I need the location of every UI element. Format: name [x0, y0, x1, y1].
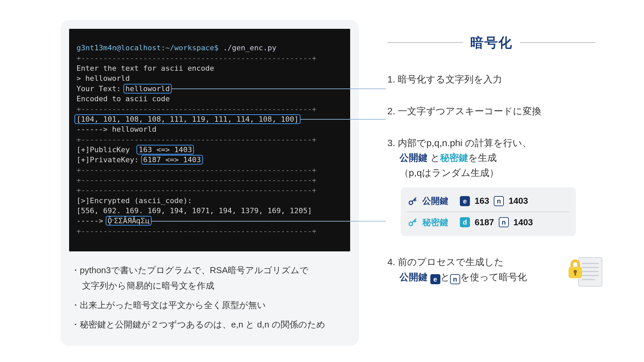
svg-rect-2	[579, 257, 602, 286]
svg-rect-10	[575, 272, 576, 276]
private-key-label: 秘密鍵	[422, 216, 448, 230]
ascii-arrow: ------> helloworld	[76, 125, 156, 133]
ask-line: Enter the text for ascii encode	[76, 64, 214, 72]
chip-n-pub: n	[494, 196, 504, 206]
d-value: 6187	[475, 216, 494, 230]
key-icon	[408, 217, 418, 227]
input-marker: >	[76, 74, 86, 82]
enc-lbl: [>]Encrypted (ascii_code):	[76, 196, 192, 205]
input-text: helloworld	[86, 74, 130, 82]
chip-e-inline: e	[430, 274, 440, 284]
lock-document-icon	[565, 252, 605, 289]
title-rule-left	[387, 42, 463, 43]
step-3: 3. 内部でp,q,n.phi の計算を行い、 公開鍵 と秘密鍵を生成 （p,q…	[387, 136, 595, 236]
title-rule-right	[520, 42, 595, 43]
enc-list: [556, 692. 169. 169, 194, 1071, 194, 137…	[76, 206, 312, 215]
section-title: 暗号化	[470, 32, 513, 53]
svg-point-9	[574, 270, 577, 273]
privkey-lbl: [+]PrivateKey:	[76, 156, 143, 164]
left-panel: g3nt13m4n@localhost:~/workspace$ ./gen_e…	[60, 20, 359, 346]
prompt-user: g3nt13m4n@localhost	[76, 44, 161, 52]
step-4: 4. 前のプロセスで生成した 公開鍵 eとnを使って暗号化	[387, 255, 595, 285]
sep2: +---------------------------------------…	[76, 105, 316, 113]
sep6: +---------------------------------------…	[76, 186, 316, 194]
sep4: +---------------------------------------…	[76, 166, 316, 174]
sep: +---------------------------------------…	[76, 54, 316, 62]
terminal-cmd: ./gen_enc.py	[219, 44, 276, 52]
chip-d: d	[460, 217, 470, 227]
step-2: 2. 一文字ずつアスキーコードに変換	[387, 104, 595, 119]
step-3-line3: （p,qはランダム生成）	[387, 168, 499, 178]
e-value: 163	[475, 194, 489, 208]
step-4-public-keyword: 公開鍵	[399, 272, 428, 282]
chip-e: e	[460, 196, 470, 206]
pubkey-lbl: [+]PublicKey	[76, 145, 139, 154]
step-1: 1. 暗号化する文字列を入力	[387, 72, 595, 87]
chip-n-priv: n	[499, 217, 509, 227]
yourtext-val: helloworld	[125, 84, 170, 93]
public-key-row: 公開鍵 e 163 n 1403	[407, 191, 570, 212]
step-3-line1: 3. 内部でp,q,n.phi の計算を行い、	[387, 138, 532, 148]
pubkey-val: 163 <=> 1403	[139, 145, 192, 154]
sep7: +---------------------------------------…	[76, 227, 316, 235]
step-1-text: 1. 暗号化する文字列を入力	[387, 72, 595, 87]
svg-rect-8	[569, 267, 582, 278]
n-value-pub: 1403	[508, 194, 528, 208]
step-4-space	[428, 272, 430, 282]
right-panel: 暗号化 1. 暗号化する文字列を入力 2. 一文字ずつアスキーコードに変換 3.…	[387, 32, 595, 302]
public-key-label: 公開鍵	[422, 194, 448, 208]
key-icon	[408, 196, 418, 206]
section-title-wrap: 暗号化	[387, 32, 595, 53]
note-1a: ・python3で書いたプログラムで、RSA暗号アルゴリズムで	[71, 263, 348, 278]
step-3-line2-pre	[387, 153, 399, 163]
step-3-and: と	[428, 153, 440, 163]
encoded-lbl: Encoded to ascii code	[76, 95, 170, 103]
ascii-list: [104, 101, 108, 108, 111, 119, 111, 114,…	[76, 115, 299, 123]
prompt-path: :~/workspace$	[161, 44, 219, 52]
privkey-val: 6187 <=> 1403	[143, 156, 201, 164]
private-key-row: 秘密鍵 d 6187 n 1403	[407, 212, 570, 233]
step-4-line2-post: を使って暗号化	[460, 272, 527, 282]
step-3-public-keyword: 公開鍵	[399, 153, 428, 163]
key-card: 公開鍵 e 163 n 1403 秘密鍵 d 6187 n	[401, 187, 576, 236]
step-4-line1: 4. 前のプロセスで生成した	[387, 257, 504, 267]
step-4-and: と	[440, 272, 450, 282]
notes: ・python3で書いたプログラムで、RSA暗号アルゴリズムで 文字列から簡易的…	[69, 263, 350, 339]
note-1b: 文字列から簡易的に暗号文を作成	[71, 278, 348, 293]
enc-arrow-pre: ----->	[76, 217, 108, 225]
step-3-private-keyword: 秘密鍵	[440, 153, 468, 163]
sep5: +---------------------------------------…	[76, 176, 316, 184]
step-2-text: 2. 一文字ずつアスキーコードに変換	[387, 104, 595, 119]
yourtext-lbl: Your Text:	[76, 84, 125, 93]
enc-garbled: Ǭ˴ƩƩÂЯÂգƩц	[108, 217, 150, 225]
note-2: ・出来上がった暗号文は平文から全く原型が無い	[71, 298, 348, 312]
step-3-line2-post: を生成	[468, 153, 497, 163]
step-4-line2-pre	[387, 272, 399, 282]
terminal: g3nt13m4n@localhost:~/workspace$ ./gen_e…	[69, 29, 350, 251]
n-value-priv: 1403	[514, 216, 533, 230]
sep3: +---------------------------------------…	[76, 135, 316, 144]
note-3: ・秘密鍵と公開鍵が２つずつあるのは、e,n と d,n の関係のため	[71, 317, 348, 332]
chip-n-inline: n	[450, 274, 460, 284]
